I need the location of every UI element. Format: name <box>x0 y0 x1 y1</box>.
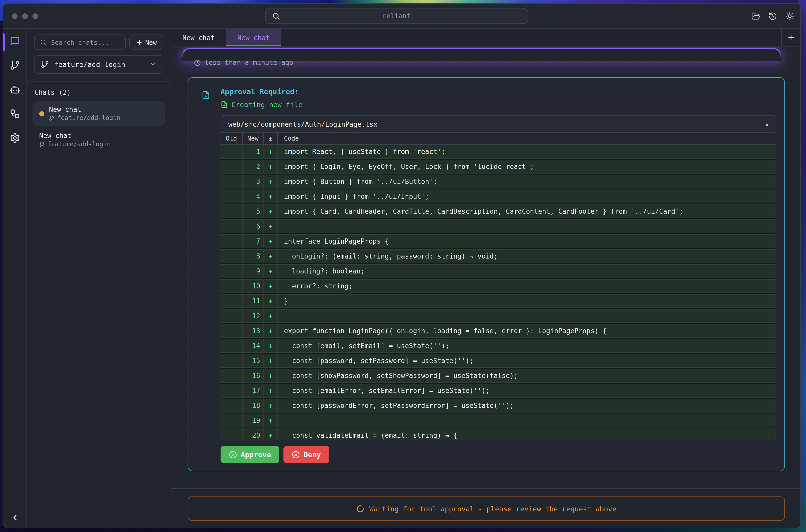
tab-1[interactable]: New chat <box>226 29 281 46</box>
approval-card: Approval Required: Creating new file web… <box>188 77 785 471</box>
diff-cell-sign: + <box>264 250 278 263</box>
history-icon <box>768 12 777 20</box>
new-chat-button-label: New <box>145 38 157 46</box>
git-branch-icon <box>10 60 20 71</box>
diff-cell-old <box>221 160 243 173</box>
diff-cell-sign: + <box>264 220 278 233</box>
diff-cell-old <box>221 235 243 248</box>
diff-cell-code: const [email, setEmail] = useState(''); <box>278 339 775 352</box>
chat-list-item[interactable]: New chatfeature/add-login <box>33 128 165 152</box>
diff-cell-sign: + <box>264 280 278 292</box>
approve-button[interactable]: Approve <box>221 446 279 463</box>
diff-row: 9+ loading?: boolean; <box>221 264 775 278</box>
diff-cell-old <box>221 369 243 382</box>
tabs: New chatNew chat <box>171 29 281 46</box>
chat-list: New chatfeature/add-loginNew chatfeature… <box>33 101 165 152</box>
chat-item-title: New chat <box>39 132 111 139</box>
git-branch-icon <box>39 141 45 147</box>
diff-col-sign: ± <box>264 133 278 144</box>
deny-button-label: Deny <box>304 450 321 459</box>
icon-rail <box>3 29 27 528</box>
collapse-sidebar-button[interactable] <box>11 513 19 522</box>
rail-item-workflows[interactable] <box>7 107 22 121</box>
diff-cell-sign: + <box>264 190 278 203</box>
waiting-banner: Waiting for tool approval - please revie… <box>188 496 785 521</box>
diff-cell-new: 5 <box>243 205 264 218</box>
diff-cell-old <box>221 190 243 203</box>
diff-row: 13+export function LoginPage({ onLogin, … <box>221 324 775 338</box>
diff-cell-new: 4 <box>243 190 264 203</box>
deny-button[interactable]: Deny <box>283 446 329 463</box>
diff-cell-new: 12 <box>243 309 264 322</box>
spinner-icon <box>356 505 364 513</box>
window-minimize-button[interactable] <box>22 13 28 19</box>
unread-dot <box>39 111 44 116</box>
chevron-left-icon <box>11 513 19 522</box>
diff-cell-old <box>221 429 243 440</box>
diff-cell-code: import { Input } from '../ui/Input'; <box>278 190 775 203</box>
diff-cell-code: import { LogIn, Eye, EyeOff, User, Lock … <box>278 160 775 173</box>
diff-cell-code: const [password, setPassword] = useState… <box>278 354 775 367</box>
diff-row: 20+ const validateEmail = (email: string… <box>221 429 775 440</box>
rail-item-chats[interactable] <box>7 34 22 49</box>
theme-toggle-button[interactable] <box>785 12 794 20</box>
chat-item-branch: feature/add-login <box>39 140 111 148</box>
chat-content: less than a minute ago Approval Required… <box>171 47 800 488</box>
diff-col-new: New <box>243 133 264 144</box>
plus-icon <box>136 39 143 45</box>
diff-row: 18+ const [passwordError, setPasswordErr… <box>221 399 775 413</box>
diff-file-header[interactable]: web/src/components/Auth/LoginPage.tsx ▲ <box>221 116 775 133</box>
window-close-button[interactable] <box>12 13 18 19</box>
diff-cell-sign: + <box>264 145 278 158</box>
diff-cell-new: 3 <box>243 175 264 188</box>
diff-cell-new: 17 <box>243 384 264 397</box>
diff-cell-new: 20 <box>243 429 264 440</box>
new-tab-button[interactable] <box>787 34 795 42</box>
diff-cell-old <box>221 339 243 352</box>
circle-check-icon <box>229 450 237 459</box>
history-button[interactable] <box>768 12 777 20</box>
file-plus-icon <box>202 90 210 463</box>
approval-action-text: Creating new file <box>232 100 303 109</box>
open-folder-button[interactable] <box>751 12 760 20</box>
diff-cell-old <box>221 399 243 412</box>
diff-cell-sign: + <box>264 384 278 397</box>
collapse-diff-button[interactable]: ▲ <box>766 121 768 127</box>
clock-icon <box>194 59 201 66</box>
tab-0[interactable]: New chat <box>171 29 226 46</box>
chat-search-placeholder: Search chats... <box>51 38 109 46</box>
diff-cell-old <box>221 354 243 367</box>
diff-row: 6+ <box>221 220 775 233</box>
diff-cell-code: import { Button } from '../ui/Button'; <box>278 175 775 188</box>
workflow-icon <box>10 109 20 119</box>
diff-cell-old <box>221 265 243 278</box>
git-branch-icon <box>41 60 49 69</box>
diff-row: 5+import { Card, CardHeader, CardTitle, … <box>221 205 775 218</box>
rail-item-settings[interactable] <box>7 131 22 145</box>
diff-row: 19+ <box>221 414 775 428</box>
global-search-input[interactable]: reliant <box>265 8 528 24</box>
chat-list-item[interactable]: New chatfeature/add-login <box>33 101 165 126</box>
diff-row: 15+ const [password, setPassword] = useS… <box>221 354 775 368</box>
circle-x-icon <box>292 450 300 459</box>
diff-cell-new: 16 <box>243 369 264 382</box>
bot-icon <box>10 84 20 95</box>
diff-cell-old <box>221 384 243 397</box>
approval-actions: Approve Deny <box>221 446 776 463</box>
branch-selector[interactable]: feature/add-login <box>34 55 163 74</box>
diff-cell-new: 10 <box>243 280 264 292</box>
diff-cell-code: const [showPassword, setShowPassword] = … <box>278 369 775 382</box>
diff-cell-new: 11 <box>243 294 264 307</box>
diff-cell-new: 9 <box>243 265 264 278</box>
window-zoom-button[interactable] <box>33 13 38 19</box>
rail-item-agents[interactable] <box>7 82 22 97</box>
diff-cell-code <box>278 220 775 233</box>
diff-column-headers: Old New ± Code <box>221 133 775 145</box>
chat-search-input[interactable]: Search chats... <box>34 35 126 50</box>
diff-row: 4+import { Input } from '../ui/Input'; <box>221 190 775 204</box>
new-chat-button[interactable]: New <box>129 35 163 50</box>
rail-item-branches[interactable] <box>7 58 22 73</box>
message-timestamp: less than a minute ago <box>194 59 800 66</box>
diff-cell-old <box>221 294 243 307</box>
diff-cell-old <box>221 324 243 337</box>
